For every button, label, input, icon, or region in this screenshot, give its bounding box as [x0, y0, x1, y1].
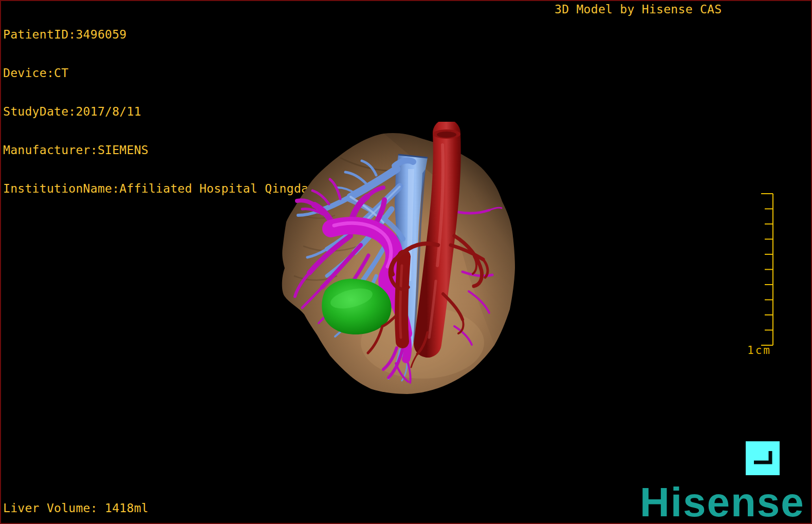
- viewer-window: PatientID:3496059 Device:CT StudyDate:20…: [0, 0, 812, 524]
- scale-ruler: [754, 191, 777, 348]
- hepatic-artery-trunk: [400, 256, 404, 342]
- liver-3d-model[interactable]: [273, 122, 525, 402]
- watermark-title: 3D Model by Hisense CAS: [555, 3, 722, 16]
- patient-id-text: PatientID:3496059: [3, 28, 410, 41]
- scale-ruler-label: 1cm: [747, 344, 771, 357]
- study-date-text: StudyDate:2017/8/11: [3, 105, 410, 118]
- liver-volume-text: Liver Volume: 1418ml: [3, 502, 149, 515]
- orientation-icon[interactable]: [746, 441, 780, 475]
- device-text: Device:CT: [3, 67, 410, 80]
- hisense-logo: Hisense: [640, 482, 805, 523]
